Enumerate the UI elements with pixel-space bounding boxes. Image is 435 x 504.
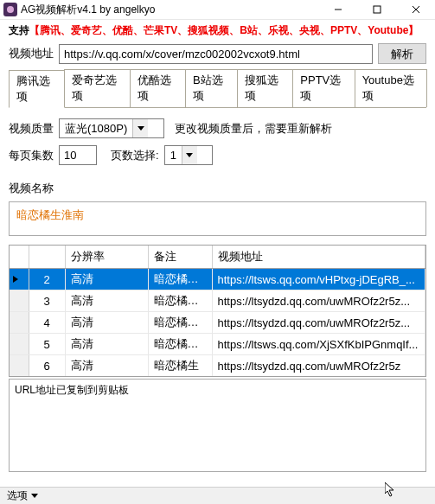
log-text: URL地址已复制到剪贴板 [15,384,129,396]
support-line: 支持【腾讯、爱奇艺、优酷、芒果TV、搜狐视频、B站、乐视、央视、PPTV、You… [0,20,435,40]
col-header-url: 视频地址 [212,246,425,269]
results-table[interactable]: 分辨率 备注 视频地址 2 高清 暗恋橘生... https://ltsws.q… [10,246,425,376]
cell-url: https://ltsydzd.qq.com/uwMROfz2r5z... [212,290,425,312]
footer-bar: 选项 [0,487,435,504]
tab-youku[interactable]: 优酷选项 [130,69,186,107]
url-label: 视频地址 [9,46,54,61]
results-table-wrap: 分辨率 备注 视频地址 2 高清 暗恋橘生... https://ltsws.q… [9,245,426,377]
options-menu[interactable]: 选项 [7,488,28,503]
app-icon [3,3,17,16]
quality-label: 视频质量 [9,121,54,137]
support-text: 腾讯、爱奇艺、优酷、芒果TV、搜狐视频、B站、乐视、央视、PPTV、Youtub… [40,24,408,36]
cell-note: 暗恋橘生 [148,355,212,377]
quality-value: 蓝光(1080P) [60,121,132,137]
svg-rect-2 [374,6,381,13]
cell-url: https://ltsydzd.qq.com/uwMROfz2r5z... [212,312,425,334]
maximize-button[interactable] [357,0,396,19]
url-row: 视频地址 解析 [0,40,435,67]
table-row[interactable]: 5 高清 暗恋橘生... https://ltsws.qq.com/XjSXfK… [10,334,425,355]
row-indicator [10,269,29,290]
cell-url: https://ltsws.qq.com/vHPtxg-jDEgRB_... [212,269,425,290]
video-url-input[interactable] [59,44,373,64]
window-controls [318,0,435,19]
table-row[interactable]: 4 高清 暗恋橘生... https://ltsydzd.qq.com/uwMR… [10,312,425,334]
row-indicator [10,290,29,312]
perpage-input[interactable] [59,145,97,165]
log-box: URL地址已复制到剪贴板 [9,379,426,472]
minimize-button[interactable] [318,0,357,19]
svg-marker-7 [385,482,393,496]
tab-pptv[interactable]: PPTV选项 [292,69,355,107]
col-header-blank [10,246,29,269]
video-name-value: 暗恋橘生淮南 [16,208,84,221]
row-indicator [10,334,29,355]
row-pointer-icon [13,276,18,283]
name-section: 视频名称 [0,177,435,200]
cell-res: 高清 [65,269,148,290]
page-select-label: 页数选择: [111,148,159,163]
svg-point-0 [7,6,14,13]
row-indicator [10,355,29,377]
cell-n: 6 [29,355,65,377]
table-row[interactable]: 6 高清 暗恋橘生 https://ltsydzd.qq.com/uwMROfz… [10,355,425,377]
title-bar: AG视频解析v4.1 by angelkyo [0,0,435,20]
cell-res: 高清 [65,355,148,377]
svg-marker-5 [138,126,144,131]
tab-bilibili[interactable]: B站选项 [185,69,238,107]
tab-sohu[interactable]: 搜狐选项 [237,69,293,107]
cell-res: 高清 [65,290,148,312]
cell-note: 暗恋橘生... [148,269,212,290]
tab-tencent[interactable]: 腾讯选项 [9,70,65,108]
svg-marker-6 [186,153,193,157]
col-header-res: 分辨率 [65,246,148,269]
cell-n: 3 [29,290,65,312]
cell-note: 暗恋橘生... [148,312,212,334]
quality-select[interactable]: 蓝光(1080P) [59,118,164,138]
col-header-n [29,246,65,269]
cell-res: 高清 [65,334,148,355]
row-indicator [10,312,29,334]
cell-n: 5 [29,334,65,355]
tab-iqiyi[interactable]: 爱奇艺选项 [64,69,131,107]
table-row[interactable]: 3 高清 暗恋橘生... https://ltsydzd.qq.com/uwMR… [10,290,425,312]
cell-note: 暗恋橘生... [148,290,212,312]
quality-hint: 更改视频质量后，需要重新解析 [175,121,332,137]
perpage-label: 每页集数 [9,148,54,163]
window-title: AG视频解析v4.1 by angelkyo [21,3,318,17]
paging-row: 每页集数 页数选择: 1 [0,142,435,169]
cell-url: https://ltsydzd.qq.com/uwMROfz2r5z [212,355,425,377]
support-bracket-close: 】 [408,24,419,36]
page-select[interactable]: 1 [164,145,213,165]
support-bracket-open: 【 [29,24,40,36]
page-value: 1 [165,149,182,162]
tab-youtube[interactable]: Youtube选项 [355,69,427,107]
col-header-note: 备注 [148,246,212,269]
cell-n: 4 [29,312,65,334]
cell-note: 暗恋橘生... [148,334,212,355]
table-row[interactable]: 2 高清 暗恋橘生... https://ltsws.qq.com/vHPtxg… [10,269,425,290]
support-prefix: 支持 [9,24,29,36]
cell-res: 高清 [65,312,148,334]
close-button[interactable] [396,0,435,19]
chevron-down-icon [182,146,197,164]
chevron-down-icon [31,494,38,498]
video-name-label: 视频名称 [9,182,54,195]
cell-n: 2 [29,269,65,290]
video-name-box: 暗恋橘生淮南 [9,201,426,236]
tab-bar: 腾讯选项 爱奇艺选项 优酷选项 B站选项 搜狐选项 PPTV选项 Youtube… [9,69,426,108]
quality-row: 视频质量 蓝光(1080P) 更改视频质量后，需要重新解析 [0,115,435,142]
table-header-row: 分辨率 备注 视频地址 [10,246,425,269]
mouse-cursor-icon [385,482,397,501]
chevron-down-icon [132,119,148,137]
cell-url: https://ltsws.qq.com/XjSXfKbIPGnmqIf... [212,334,425,355]
parse-button[interactable]: 解析 [378,43,426,64]
